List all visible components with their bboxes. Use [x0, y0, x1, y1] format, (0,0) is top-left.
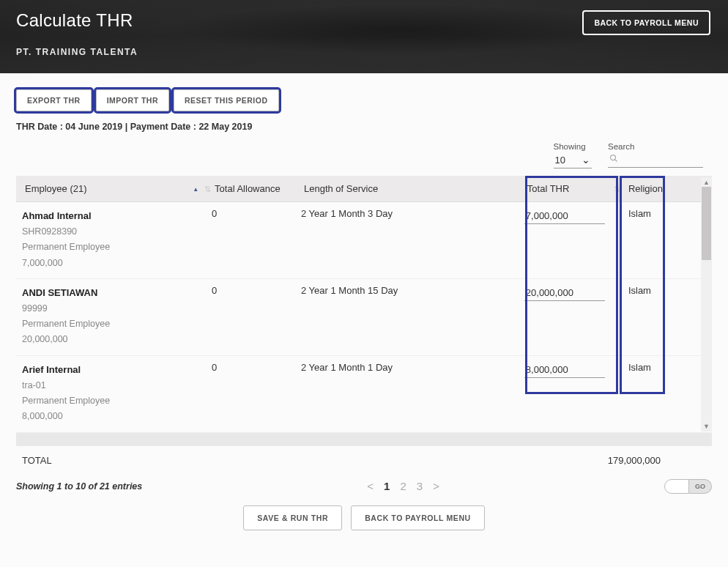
goto-button[interactable]: GO [689, 479, 712, 494]
col-service[interactable]: Length of Service [295, 176, 519, 202]
thr-input[interactable] [524, 208, 605, 224]
back-to-payroll-button-bottom[interactable]: BACK TO PAYROLL MENU [351, 505, 485, 530]
allowance-cell: 0 [206, 202, 295, 279]
employee-code: tra-01 [22, 378, 197, 393]
showing-select[interactable]: 10 ⌄ [554, 152, 592, 168]
service-cell: 2 Year 1 Month 1 Day [295, 355, 519, 432]
employee-type: Permanent Employee [22, 393, 197, 409]
reset-period-button[interactable]: RESET THIS PERIOD [174, 89, 279, 111]
col-total-thr[interactable]: Total THR [519, 176, 615, 202]
page-next[interactable]: > [433, 480, 439, 492]
table-row: Ahmad Internal SHR0928390 Permanent Empl… [16, 202, 712, 279]
chevron-down-icon: ⌄ [582, 154, 590, 166]
thr-dates-info: THR Date : 04 June 2019 | Payment Date :… [0, 117, 728, 142]
employee-code: 99999 [22, 301, 197, 316]
scroll-down-icon: ▼ [703, 421, 710, 431]
employee-cell: Arief Internal tra-01 Permanent Employee… [16, 355, 206, 432]
scroll-up-icon: ▲ [703, 177, 710, 188]
import-thr-button[interactable]: IMPORT THR [96, 89, 169, 111]
allowance-cell: 0 [206, 278, 295, 355]
employee-type: Permanent Employee [22, 240, 197, 255]
search-field-wrap [608, 152, 703, 168]
table-row: ANDI SETIAWAN 99999 Permanent Employee 2… [16, 278, 712, 355]
employee-table: Employee (21) Total Allowance Length of … [16, 176, 712, 433]
employee-amount: 8,000,000 [22, 409, 197, 424]
page-2[interactable]: 2 [400, 480, 406, 492]
employee-name: Arief Internal [22, 362, 197, 378]
totals-row: TOTAL 179,000,000 [16, 446, 712, 475]
thr-cell [519, 278, 615, 355]
search-input[interactable] [621, 155, 702, 165]
col-allowance[interactable]: Total Allowance [206, 176, 295, 202]
allowance-cell: 0 [206, 355, 295, 432]
export-thr-button[interactable]: EXPORT THR [16, 89, 92, 111]
page-prev[interactable]: < [367, 480, 374, 492]
employee-type: Permanent Employee [22, 316, 197, 332]
page-1[interactable]: 1 [384, 480, 390, 492]
thr-cell [519, 202, 615, 279]
table-row: Arief Internal tra-01 Permanent Employee… [16, 355, 712, 432]
col-religion[interactable]: Religion [615, 176, 712, 202]
svg-point-0 [611, 155, 616, 160]
col-employee[interactable]: Employee (21) [16, 176, 206, 202]
scrollbar-thumb[interactable] [702, 187, 711, 260]
employee-cell: Ahmad Internal SHR0928390 Permanent Empl… [16, 202, 206, 279]
vertical-scrollbar[interactable]: ▲ ▼ [701, 177, 712, 431]
total-label: TOTAL [22, 455, 52, 466]
table-controls: Showing 10 ⌄ Search [0, 142, 728, 176]
total-value: 179,000,000 [608, 455, 661, 466]
employee-table-wrap: Employee (21) Total Allowance Length of … [16, 176, 712, 443]
thr-input[interactable] [524, 285, 605, 301]
search-icon [609, 154, 618, 165]
showing-label: Showing [554, 142, 592, 151]
company-name: PT. TRAINING TALENTA [16, 47, 138, 57]
employee-name: Ahmad Internal [22, 208, 197, 224]
employee-name: ANDI SETIAWAN [22, 285, 197, 301]
service-cell: 2 Year 1 Month 3 Day [295, 202, 519, 279]
goto-input[interactable] [664, 479, 689, 494]
employee-amount: 7,000,000 [22, 256, 197, 271]
bottom-actions: SAVE & RUN THR BACK TO PAYROLL MENU [0, 505, 728, 544]
page-3[interactable]: 3 [417, 480, 423, 492]
save-run-thr-button[interactable]: SAVE & RUN THR [243, 505, 342, 530]
employee-code: SHR0928390 [22, 224, 197, 240]
action-buttons-row: EXPORT THR IMPORT THR RESET THIS PERIOD [0, 73, 728, 117]
religion-cell: Islam [615, 278, 712, 355]
employee-cell: ANDI SETIAWAN 99999 Permanent Employee 2… [16, 278, 206, 355]
svg-line-1 [615, 160, 617, 162]
religion-cell: Islam [615, 355, 712, 432]
service-cell: 2 Year 1 Month 15 Day [295, 278, 519, 355]
goto-page: GO [664, 479, 712, 494]
thr-input[interactable] [524, 362, 605, 378]
employee-amount: 20,000,000 [22, 332, 197, 347]
thr-cell [519, 355, 615, 432]
pagination: < 123 > [367, 480, 439, 492]
showing-value: 10 [555, 155, 565, 166]
page-title: Calculate THR [16, 10, 138, 31]
page-header: Calculate THR PT. TRAINING TALENTA BACK … [0, 0, 728, 73]
search-label: Search [608, 142, 703, 151]
back-to-payroll-button[interactable]: BACK TO PAYROLL MENU [582, 10, 710, 35]
pagination-row: Showing 1 to 10 of 21 entries < 123 > GO [16, 479, 712, 494]
entries-info: Showing 1 to 10 of 21 entries [16, 481, 142, 492]
religion-cell: Islam [615, 202, 712, 279]
